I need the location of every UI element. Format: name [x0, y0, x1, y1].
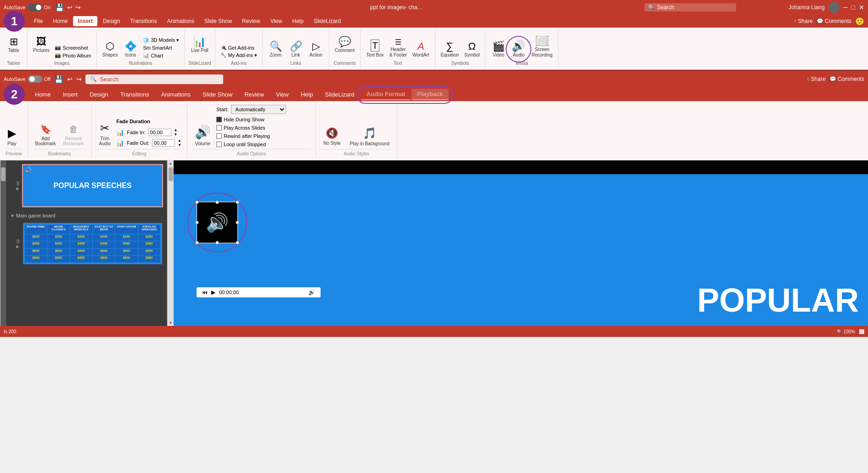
- menu-review[interactable]: Review: [237, 16, 265, 26]
- menu-help[interactable]: Help: [287, 16, 308, 26]
- scroll-thumb[interactable]: [1, 167, 6, 181]
- handle-tr[interactable]: [236, 200, 239, 204]
- wordart-btn[interactable]: A WordArt: [411, 40, 431, 59]
- slide-8-thumbnail[interactable]: 🔊 POPULAR SPEECHES: [22, 164, 163, 207]
- fade-in-up[interactable]: ▲: [174, 128, 178, 132]
- comment-btn[interactable]: 💬 Comment: [333, 31, 356, 59]
- autosave-toggle[interactable]: [28, 4, 42, 11]
- menu-insert[interactable]: Insert: [73, 16, 97, 26]
- audio-widget-container[interactable]: 🔊 ⏮ ▶ 00:00,00 🔊: [197, 202, 321, 297]
- myaddins-btn[interactable]: 🔧 My Add-ins ▾: [219, 52, 259, 59]
- play-btn[interactable]: ▶ Play: [6, 126, 18, 147]
- scroll-down-btn[interactable]: ▼: [0, 320, 6, 326]
- menu-home[interactable]: Home: [48, 16, 72, 26]
- tab-audio-format[interactable]: Audio Format: [361, 89, 411, 100]
- handle-ml[interactable]: [195, 221, 199, 224]
- minimize-btn[interactable]: ─: [843, 4, 848, 11]
- close-btn[interactable]: ✕: [859, 4, 864, 11]
- panel-scroll-up[interactable]: ▲: [168, 160, 174, 166]
- maximize-btn[interactable]: □: [851, 4, 855, 11]
- remove-bookmark-btn[interactable]: 🗑 RemoveBookmark: [62, 123, 86, 147]
- panel-scroll[interactable]: ▲ ▼: [167, 160, 174, 326]
- bottom-share-btn[interactable]: ↑ Share: [806, 76, 825, 82]
- emoji-btn[interactable]: 🙂: [855, 17, 864, 26]
- bottom-menu-animations[interactable]: Animations: [156, 89, 196, 100]
- menu-sliderizard[interactable]: SlideLizard: [309, 16, 345, 26]
- loop-until-stopped-checkbox[interactable]: [216, 142, 222, 147]
- bottom-menu-help[interactable]: Help: [295, 89, 319, 100]
- slide-9-thumbnail[interactable]: RHYME TIME! MOVIE CLASSICS BROADWAY MUSI…: [22, 222, 163, 265]
- fade-out-input[interactable]: [152, 139, 175, 147]
- play-pause-btn[interactable]: ▶: [211, 289, 215, 296]
- menu-slideshow[interactable]: Slide Show: [200, 16, 237, 26]
- shapes-btn[interactable]: ⬡ Shapes: [101, 40, 120, 59]
- collapse-icon[interactable]: ▼: [10, 213, 15, 218]
- panel-scroll-down[interactable]: ▼: [168, 320, 174, 326]
- bottom-menu-sliderizard[interactable]: SlideLizard: [319, 89, 360, 100]
- volume-btn[interactable]: 🔊 Volume: [193, 124, 213, 147]
- getaddins-btn[interactable]: 🔌 Get Add-ins: [219, 44, 259, 51]
- bottom-menu-slideshow[interactable]: Slide Show: [197, 89, 238, 100]
- chart-btn[interactable]: 📊 Chart: [141, 52, 180, 59]
- bottom-menu-view[interactable]: View: [271, 89, 294, 100]
- tab-playback[interactable]: Playback: [411, 89, 448, 100]
- comments-btn[interactable]: 💬 Comments: [817, 18, 851, 24]
- audio-btn[interactable]: 🔊 Audio: [509, 40, 528, 59]
- fit-slide-btn[interactable]: ⬜: [859, 329, 864, 334]
- bottom-menu-home[interactable]: Home: [29, 89, 56, 100]
- 3dmodels-btn[interactable]: 🧊 3D Models ▾: [141, 37, 180, 44]
- handle-bc[interactable]: [215, 241, 219, 245]
- screenshot-btn[interactable]: 📷 Screenshot: [53, 44, 92, 51]
- photoalbum-btn[interactable]: 📸 Photo Album: [53, 52, 92, 59]
- menu-view[interactable]: View: [265, 16, 287, 26]
- play-in-background-btn[interactable]: 🎵 Play in Background: [348, 126, 391, 147]
- fade-in-input[interactable]: [148, 129, 171, 136]
- undo-icon[interactable]: ↩: [67, 4, 73, 11]
- share-btn[interactable]: ↑ Share: [794, 18, 812, 24]
- bottom-menu-insert[interactable]: Insert: [57, 89, 84, 100]
- video-btn[interactable]: 🎬 Video: [489, 40, 507, 59]
- bottom-menu-review[interactable]: Review: [239, 89, 270, 100]
- smartart-btn[interactable]: Sm SmartArt: [141, 45, 180, 51]
- rewind-after-playing-checkbox[interactable]: [216, 133, 222, 139]
- bottom-menu-design[interactable]: Design: [84, 89, 113, 100]
- volume-control-btn[interactable]: 🔊: [308, 289, 315, 296]
- zoom-control[interactable]: 🔍 100%: [837, 329, 855, 334]
- menu-animations[interactable]: Animations: [163, 16, 199, 26]
- screenrecording-btn[interactable]: ⬜ ScreenRecording: [530, 35, 554, 59]
- redo-icon[interactable]: ↪: [75, 4, 81, 11]
- table-btn[interactable]: ⊞ Table: [5, 31, 23, 59]
- hide-during-show-checkbox[interactable]: [216, 117, 222, 122]
- left-scroll[interactable]: ▲ ▼: [0, 160, 6, 326]
- panel-scroll-thumb[interactable]: [169, 167, 173, 181]
- fade-out-down[interactable]: ▼: [178, 143, 181, 147]
- menu-file[interactable]: File: [29, 16, 47, 26]
- rewind-btn[interactable]: ⏮: [202, 289, 208, 296]
- menu-transitions[interactable]: Transitions: [125, 16, 161, 26]
- symbol-btn[interactable]: Ω Symbol: [462, 40, 481, 59]
- bottom-search-bar[interactable]: 🔍 Search: [85, 74, 223, 84]
- trim-audio-btn[interactable]: ✂ TrimAudio: [97, 121, 113, 147]
- save-icon[interactable]: 💾: [55, 3, 64, 12]
- audio-icon-box[interactable]: 🔊: [197, 202, 238, 243]
- search-bar-top[interactable]: 🔍 Search: [644, 3, 736, 11]
- textbox-btn[interactable]: T Text Box: [364, 39, 385, 59]
- bottom-comments-btn[interactable]: 💬 Comments: [829, 76, 864, 82]
- add-bookmark-btn[interactable]: 🔖 AddBookmark: [34, 123, 58, 147]
- link-btn[interactable]: 🔗 Link: [287, 40, 305, 59]
- start-select[interactable]: Automatically On Click When Clicked On: [231, 105, 286, 114]
- headerfooter-btn[interactable]: ☰ Header& Footer: [388, 38, 409, 59]
- bottom-save-icon[interactable]: 💾: [54, 75, 63, 84]
- action-btn[interactable]: ▷ Action: [307, 40, 325, 59]
- scroll-up-btn[interactable]: ▲: [0, 160, 6, 166]
- menu-design[interactable]: Design: [98, 16, 124, 26]
- livepoll-btn[interactable]: 📊 Live Poll: [189, 31, 210, 59]
- fade-in-down[interactable]: ▼: [174, 132, 178, 137]
- play-across-slides-checkbox[interactable]: [216, 125, 222, 131]
- icons-btn[interactable]: 💠 Icons: [121, 40, 140, 59]
- handle-mr[interactable]: [236, 221, 239, 224]
- handle-bl[interactable]: [195, 241, 199, 245]
- bottom-autosave-toggle[interactable]: [28, 75, 42, 83]
- handle-br[interactable]: [236, 241, 239, 245]
- no-style-btn[interactable]: 🔇 No Style: [321, 126, 343, 147]
